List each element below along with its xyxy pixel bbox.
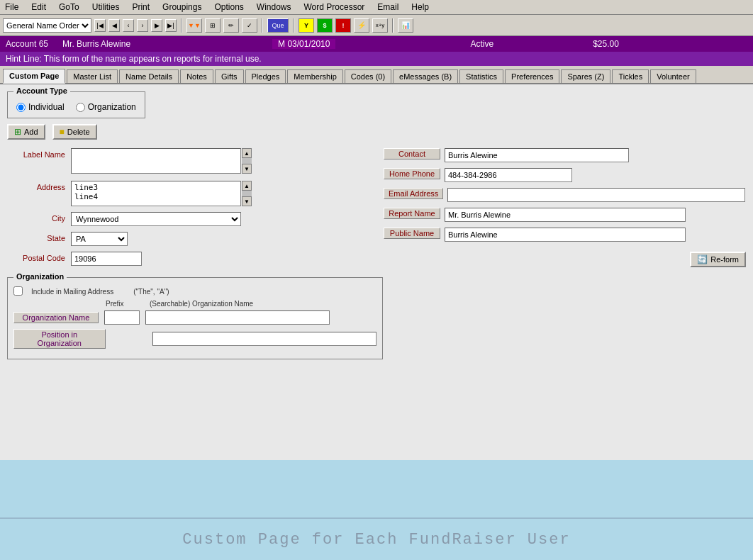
edit-btn[interactable]: ✏ <box>223 18 239 33</box>
radio-individual[interactable]: Individual <box>16 102 65 112</box>
name-order-dropdown[interactable]: General Name Order <box>3 18 91 33</box>
email-row: Email Address <box>384 188 746 202</box>
position-btn[interactable]: Position in Organization <box>13 329 106 349</box>
tab-membership[interactable]: Membership <box>287 69 343 83</box>
flash-btn[interactable]: ⚡ <box>354 18 369 33</box>
account-amount: $25.00 <box>593 39 619 49</box>
state-label: State <box>7 232 71 242</box>
label-name-row: Label Name ▲ ▼ <box>7 148 369 174</box>
org-name-row: Organization Name <box>13 310 376 325</box>
reform-button[interactable]: 🔄 Re-form <box>690 252 746 267</box>
menu-email[interactable]: Email <box>375 1 401 13</box>
addr-scroll-down-btn[interactable]: ▼ <box>242 196 252 206</box>
nav-next-small-btn[interactable]: › <box>137 19 148 32</box>
label-name-input[interactable] <box>71 148 241 174</box>
address-row: Address ▲ ▼ <box>7 181 369 206</box>
org-prefix-input[interactable] <box>104 310 140 325</box>
org-name-btn[interactable]: Organization Name <box>13 312 99 323</box>
radio-organization-input[interactable] <box>76 103 85 112</box>
grid-btn[interactable]: ⊞ <box>205 18 221 33</box>
nav-last-btn[interactable]: ▶| <box>165 19 177 32</box>
separator-2 <box>262 18 263 33</box>
state-select[interactable]: PA <box>71 232 128 246</box>
radio-individual-input[interactable] <box>16 103 26 112</box>
tab-emessages[interactable]: eMessages (B) <box>393 69 458 83</box>
tab-codes[interactable]: Codes (0) <box>345 69 391 83</box>
org-name-input[interactable] <box>145 310 330 325</box>
menu-utilities[interactable]: Utilities <box>90 1 122 13</box>
scroll-up-btn[interactable]: ▲ <box>242 148 252 158</box>
org-section-label: Organization <box>13 272 67 281</box>
red-btn[interactable]: ! <box>335 18 351 33</box>
yellow-btn[interactable]: Y <box>299 18 314 33</box>
home-phone-input[interactable] <box>445 168 572 182</box>
contact-btn[interactable]: Contact <box>384 148 440 159</box>
tab-tickles[interactable]: Tickles <box>612 69 649 83</box>
menu-edit[interactable]: Edit <box>29 1 48 13</box>
delete-button[interactable]: ■ Delete <box>52 124 97 140</box>
scroll-down-btn[interactable]: ▼ <box>242 164 252 174</box>
public-name-input[interactable] <box>445 228 686 242</box>
tab-master-list[interactable]: Master List <box>67 69 118 83</box>
public-name-row: Public Name <box>384 228 746 242</box>
menu-file[interactable]: File <box>3 1 21 13</box>
menu-goto[interactable]: GoTo <box>57 1 82 13</box>
nav-first-btn[interactable]: |◀ <box>94 19 106 32</box>
filter-btn[interactable]: ▼▼ <box>186 18 202 33</box>
chart-btn[interactable]: 📊 <box>398 18 413 33</box>
tab-notes[interactable]: Notes <box>180 69 213 83</box>
tab-gifts[interactable]: Gifts <box>215 69 244 83</box>
delete-icon: ■ <box>60 127 65 137</box>
menu-print[interactable]: Print <box>130 1 152 13</box>
tab-statistics[interactable]: Statistics <box>459 69 503 83</box>
addr-scroll-up-btn[interactable]: ▲ <box>242 181 252 191</box>
searchable-header: (Searchable) Organization Name <box>150 300 253 308</box>
tab-name-details[interactable]: Name Details <box>119 69 179 83</box>
xy-btn[interactable]: x+y <box>372 18 388 33</box>
postal-code-input[interactable] <box>71 252 142 266</box>
tab-pledges[interactable]: Pledges <box>245 69 286 83</box>
menu-windows[interactable]: Windows <box>255 1 294 13</box>
label-name-input-wrap: ▲ ▼ <box>71 148 252 174</box>
position-input[interactable] <box>152 332 376 346</box>
check-btn[interactable]: ✓ <box>242 18 257 33</box>
nav-next-btn[interactable]: ▶ <box>151 19 162 32</box>
account-type-label: Account Type <box>13 86 70 95</box>
tab-preferences[interactable]: Preferences <box>505 69 559 83</box>
menu-help[interactable]: Help <box>409 1 431 13</box>
separator-1 <box>181 18 182 33</box>
city-row: City Wynnewood <box>7 212 369 226</box>
que-btn[interactable]: Que <box>267 18 289 33</box>
public-name-btn[interactable]: Public Name <box>384 228 440 239</box>
organization-section: Organization Include in Mailing Address … <box>7 277 383 359</box>
tab-spares[interactable]: Spares (Z) <box>561 69 610 83</box>
account-date: M 03/01/2010 <box>272 39 335 49</box>
menu-options[interactable]: Options <box>212 1 245 13</box>
account-type-group: Account Type Individual Organization <box>7 91 145 118</box>
radio-organization[interactable]: Organization <box>76 102 136 112</box>
include-mailing-checkbox[interactable] <box>13 286 23 296</box>
tab-volunteer[interactable]: Volunteer <box>650 69 696 83</box>
nav-prev-small-btn[interactable]: ‹ <box>123 19 134 32</box>
report-name-input[interactable] <box>445 208 686 222</box>
email-btn[interactable]: Email Address <box>384 188 443 199</box>
report-name-btn[interactable]: Report Name <box>384 208 440 219</box>
prefix-header: Prefix <box>106 300 141 308</box>
home-phone-btn[interactable]: Home Phone <box>384 168 440 179</box>
contact-input[interactable] <box>445 148 629 162</box>
green-btn[interactable]: $ <box>317 18 333 33</box>
account-bar: Account 65 Mr. Burris Alewine M 03/01/20… <box>0 36 753 52</box>
address-input[interactable] <box>71 181 241 206</box>
email-input[interactable] <box>447 188 745 202</box>
city-select[interactable]: Wynnewood <box>71 212 241 226</box>
menu-groupings[interactable]: Groupings <box>160 1 203 13</box>
menu-word-processor[interactable]: Word Processor <box>302 1 367 13</box>
form-area: Label Name ▲ ▼ Address ▲ <box>7 148 746 271</box>
nav-prev-btn[interactable]: ◀ <box>108 19 120 32</box>
report-name-row: Report Name <box>384 208 746 222</box>
org-col-headers: Prefix (Searchable) Organization Name <box>106 300 376 308</box>
contact-row: Contact <box>384 148 746 162</box>
address-scrollbar: ▲ ▼ <box>242 181 252 206</box>
tab-custom-page[interactable]: Custom Page <box>3 69 65 84</box>
add-button[interactable]: ⊞ Add <box>7 124 45 140</box>
